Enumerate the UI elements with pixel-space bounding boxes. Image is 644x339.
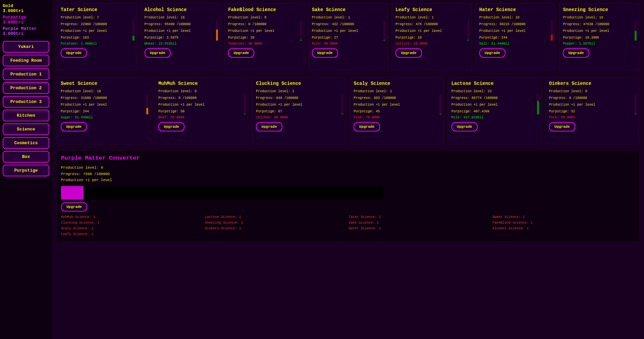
science-progress: Progress: 0 /100000 [228,22,301,27]
progress-bar-fill [383,40,385,41]
upgrade-button[interactable]: Upgrade [549,122,575,131]
req-col-3: Sweet Science: 1FakeBlood Science: 1Alco… [492,214,635,237]
progress-bar-fill [551,35,553,41]
converter-prod-per-level: Production +1 per level [61,177,635,183]
science-title: Hater Science [479,7,552,12]
req-col-2: Tater Science: 1Sake Science: 1Hater Sci… [349,214,491,237]
science-resource: Potatoes: 1.408mil [61,42,133,46]
science-prod-per-level: Production +1 per level [158,102,245,108]
science-prod-level: Production level: 1 [312,15,384,20]
science-resource: Beef: 55.000k [158,116,245,119]
req-item: Sweet Science: 1 [492,214,635,220]
upgrade-button[interactable]: Upgrade [61,122,87,131]
nav-science[interactable]: Science [3,123,49,135]
upgrade-button[interactable]: Upgrade [312,48,338,58]
science-card-tater-science: Tater Science Production level: 7 Progre… [57,3,137,70]
science-card-scaly-science: Scaly Science Production level: 1 Progre… [350,77,443,144]
science-title: Leafy Science [395,7,468,12]
progress-bar-container [635,20,637,41]
nav-cosmetics[interactable]: Cosmetics [3,137,49,149]
nav-yukari[interactable]: Yukari [3,41,49,53]
progress-bar-container [383,20,385,41]
science-prod-level: Production level: 23 [451,89,538,94]
science-prod-per-level: Production +1 per level [61,102,147,108]
req-item: Alcohol Science: 1 [492,226,635,231]
science-title: Lactose Science [451,81,538,86]
science-prod-level: Production level: 7 [61,15,133,20]
nav-box[interactable]: Box [3,151,49,163]
science-progress: Progress: 432 /100000 [312,22,384,27]
science-purpstige: Purpstige: 10.390k [563,35,635,41]
science-progress: Progress: 30215 /100000 [479,22,552,27]
upgrade-button[interactable]: Upgrade [61,48,87,58]
science-progress: Progress: 55499 /100000 [145,22,217,27]
upgrade-button[interactable]: Upgrade [395,48,422,58]
converter-upgrade-button[interactable]: Upgrade [61,202,87,212]
science-prod-per-level: Production +1 per level [256,102,342,108]
progress-bar-container [244,94,246,114]
science-title: Scaly Science [354,81,440,86]
progress-bar-container [635,94,637,114]
science-progress: Progress: 476 /100000 [395,22,468,27]
upgrade-button[interactable]: Upgrade [479,48,505,58]
science-prod-level: Production level: 10 [61,89,147,94]
science-prod-per-level: Production +1 per level [395,29,468,34]
req-item: Leafy Science: 1 [61,231,204,237]
science-title: MuhMuh Science [158,81,245,86]
nav-kitchen[interactable]: Kitchen [3,110,49,121]
science-prod-level: Production level: 18 [145,15,217,20]
science-progress: Progress: 0 /100000 [549,96,635,101]
upgrade-button[interactable]: Upgrade [145,48,171,58]
progress-bar-fill [132,36,135,41]
progress-bar-container [439,94,441,114]
progress-bar-container [146,94,148,114]
req-col-1: Lactose Science: 1Sneezing Science: 1Oin… [205,214,347,237]
progress-bar-container [467,20,469,41]
science-title: Clucking Science [256,81,342,86]
science-prod-level: Production level: 1 [256,89,342,94]
science-resource: Wheat: 23.553bil [145,42,217,46]
req-item: Clucking Science: 1 [61,220,204,226]
upgrade-button[interactable]: Upgrade [563,48,589,58]
upgrade-button[interactable]: Upgrade [451,122,478,131]
science-prod-per-level: Production +1 per level [563,29,635,34]
nav-purpstige[interactable]: Purpstige [3,165,49,176]
main-content: Tater Science Production level: 7 Progre… [52,0,644,339]
progress-bar-fill [300,40,302,41]
science-resource: Sugar: 61.440mil [61,116,147,119]
nav-feeding-room[interactable]: Feeding Room [3,55,49,66]
science-prod-per-level: Production +1 per level [451,102,538,108]
science-card-clucking-science: Clucking Science Production level: 1 Pro… [252,77,346,144]
upgrade-button[interactable]: Upgrade [354,122,380,131]
req-item: Lactose Science: 1 [205,214,347,220]
progress-bar-fill [216,30,218,41]
progress-bar-fill [244,114,246,114]
science-card-oinkers-science: Oinkers Science Production level: 0 Prog… [545,77,639,144]
science-prod-per-level: Production +1 per level [354,102,440,108]
progress-bar-fill [467,40,469,41]
science-resource: Pepper: 1.507bil [563,42,635,46]
science-purpstige: Purpstige: 163 [61,35,133,41]
req-item: Oinkers Science: 1 [205,226,347,231]
science-prod-level: Production level: 0 [228,15,301,20]
science-prod-per-level: Production +1 per level [145,29,217,34]
science-resource: Milk: 427.819bil [451,116,538,119]
nav-production-1[interactable]: Production 1 [3,68,49,80]
progress-bar-container [216,20,218,41]
nav-production-3[interactable]: Production 3 [3,96,49,108]
upgrade-button[interactable]: Upgrade [228,48,254,58]
science-purpstige: Purpstige: 10 [228,35,301,41]
science-purpstige: Purpstige: 27 [312,35,384,41]
upgrade-button[interactable]: Upgrade [158,122,184,131]
upgrade-button[interactable]: Upgrade [256,122,282,131]
science-resource: Tomatoes: 30.000k [228,42,301,46]
converter-requirements: MuhMuh Science: 1Clucking Science: 1Scal… [61,214,635,237]
science-card-hater-science: Hater Science Production level: 10 Progr… [476,3,555,70]
progress-bar-fill [635,31,637,41]
science-purpstige: Purpstige: 244 [479,35,552,41]
science-prod-level: Production level: 0 [549,89,635,94]
science-progress: Progress: 893 /100000 [354,96,440,101]
progress-bar-fill [635,114,637,114]
nav-production-2[interactable]: Production 2 [3,82,49,94]
science-card-fakeblood-science: FakeBlood Science Production level: 0 Pr… [224,3,304,70]
